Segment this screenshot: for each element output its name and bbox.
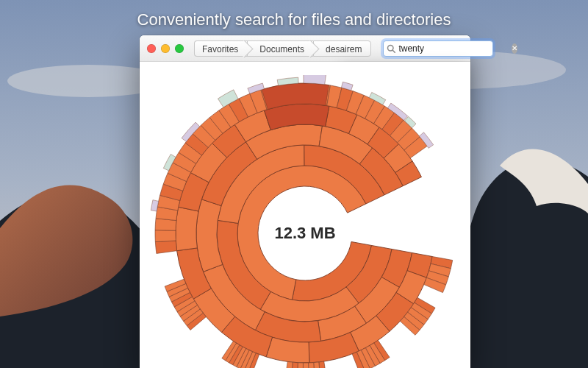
minimize-icon[interactable] bbox=[161, 44, 170, 53]
clear-search-icon[interactable]: ✕ bbox=[512, 43, 517, 54]
sunburst-segment[interactable] bbox=[284, 361, 293, 368]
breadcrumb-item[interactable]: Documents bbox=[247, 40, 313, 57]
sunburst-segment[interactable] bbox=[304, 75, 326, 85]
sunburst-area: 12.3 MB bbox=[140, 62, 470, 368]
breadcrumb-item[interactable]: desairem bbox=[313, 40, 371, 57]
sunburst-segment[interactable] bbox=[303, 363, 309, 368]
search-icon bbox=[387, 44, 395, 53]
app-window: Favorites Documents desairem ✕ Search re… bbox=[140, 35, 470, 368]
sunburst-segment[interactable] bbox=[155, 241, 176, 253]
sunburst-chart[interactable] bbox=[147, 75, 463, 368]
window-controls bbox=[146, 44, 184, 53]
svg-line-5 bbox=[393, 50, 395, 52]
sunburst-segment[interactable] bbox=[155, 230, 176, 242]
titlebar: Favorites Documents desairem ✕ bbox=[140, 35, 470, 62]
sunburst-segment[interactable] bbox=[319, 361, 327, 368]
search-input[interactable] bbox=[398, 43, 509, 54]
close-icon[interactable] bbox=[147, 44, 156, 53]
sunburst-segment[interactable] bbox=[176, 207, 198, 250]
search-field[interactable]: ✕ bbox=[383, 40, 493, 57]
zoom-icon[interactable] bbox=[175, 44, 184, 53]
breadcrumb-item[interactable]: Favorites bbox=[194, 40, 247, 57]
total-size-label: 12.3 MB bbox=[274, 224, 335, 243]
breadcrumb: Favorites Documents desairem bbox=[194, 40, 371, 57]
promo-tagline: Conveniently search for files and direct… bbox=[0, 10, 588, 29]
